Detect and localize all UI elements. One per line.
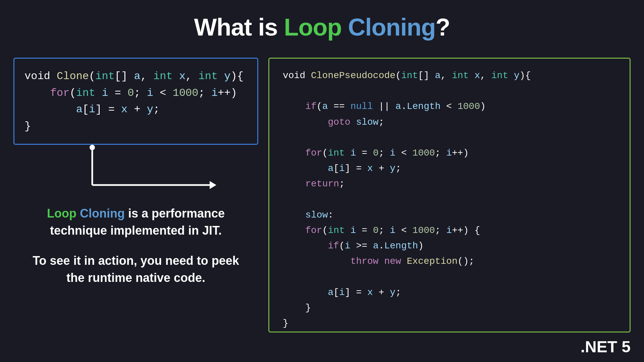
code-line-1: void Clone(int[] a, int x, int y){: [24, 68, 247, 85]
r-line-10: slow:: [283, 207, 616, 223]
r-line-1: void ClonePseudocode(int[] a, int x, int…: [283, 68, 616, 83]
r-line-15: a[i] = x + y;: [283, 285, 616, 300]
net-badge: .NET 5: [581, 338, 631, 356]
r-line-11: for(int i = 0; i < 1000; i++) {: [283, 223, 616, 238]
desc-cloning: Cloning: [76, 206, 125, 220]
r-line-8: return;: [283, 176, 616, 192]
desc-loop: Loop: [47, 206, 76, 220]
right-panel: void ClonePseudocode(int[] a, int x, int…: [268, 58, 631, 333]
r-line-7: a[i] = x + y;: [283, 161, 616, 176]
r-line-blank4: [283, 269, 616, 285]
svg-marker-3: [210, 181, 216, 189]
code-line-3: a[i] = x + y;: [24, 101, 247, 118]
peek-text: To see it in action, you need to peekthe…: [13, 252, 258, 286]
r-line-3: if(a == null || a.Length < 1000): [283, 99, 616, 114]
page-background: What is Loop Cloning? void Clone(int[] a…: [0, 0, 644, 362]
content-area: void Clone(int[] a, int x, int y){ for(i…: [0, 58, 644, 333]
arrow-svg: [75, 145, 216, 197]
r-line-blank1: [283, 83, 616, 99]
arrow-container: [34, 145, 258, 198]
cloning-word: Cloning: [348, 14, 436, 41]
svg-point-0: [90, 145, 95, 150]
r-line-4: goto slow;: [283, 115, 616, 130]
code-line-2: for(int i = 0; i < 1000; i++): [24, 85, 247, 102]
r-line-13: throw new Exception();: [283, 254, 616, 269]
loop-word: Loop: [284, 14, 342, 41]
r-line-6: for(int i = 0; i < 1000; i++): [283, 145, 616, 161]
left-code-box: void Clone(int[] a, int x, int y){ for(i…: [13, 58, 258, 145]
r-line-17: }: [283, 316, 616, 331]
r-line-blank3: [283, 192, 616, 207]
page-title: What is Loop Cloning?: [0, 0, 644, 41]
r-line-blank2: [283, 130, 616, 145]
r-line-12: if(i >= a.Length): [283, 238, 616, 254]
r-line-16: }: [283, 300, 616, 316]
left-panel: void Clone(int[] a, int x, int y){ for(i…: [13, 58, 258, 333]
right-code-box: void ClonePseudocode(int[] a, int x, int…: [268, 58, 631, 333]
code-line-4: }: [24, 118, 247, 135]
description-text: Loop Cloning is a performancetechnique i…: [13, 205, 258, 239]
